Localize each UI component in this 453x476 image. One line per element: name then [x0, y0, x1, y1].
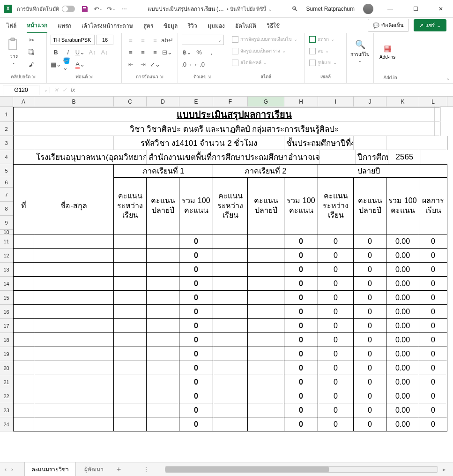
cell[interactable]: 0.00 — [386, 291, 419, 305]
font-name-select[interactable] — [51, 35, 95, 45]
user-name[interactable]: Sumet Ratprachum — [306, 6, 355, 12]
cell[interactable] — [213, 375, 248, 389]
cell[interactable] — [248, 333, 284, 347]
cell[interactable] — [114, 291, 147, 305]
cell[interactable] — [114, 277, 147, 291]
no-header[interactable]: ที่ — [13, 177, 34, 234]
cell[interactable] — [34, 277, 114, 291]
cell[interactable]: 0 — [318, 234, 354, 249]
row-header[interactable]: 21 — [0, 375, 13, 389]
cell[interactable] — [147, 234, 179, 249]
cell[interactable] — [354, 136, 386, 150]
year-label[interactable]: ปีการศึกษ — [356, 150, 388, 164]
col-header-B[interactable]: B — [34, 97, 114, 106]
total-header[interactable]: รวม 100 คะแนน — [179, 177, 213, 234]
cell[interactable]: 0.00 — [386, 319, 419, 333]
cell[interactable] — [114, 305, 147, 319]
cell[interactable] — [13, 319, 34, 333]
font-color-icon[interactable]: A⌄ — [75, 59, 85, 69]
cell[interactable] — [248, 347, 284, 361]
cell[interactable]: 0 — [179, 234, 213, 249]
cell[interactable] — [147, 291, 179, 305]
col-header-I[interactable]: I — [318, 97, 354, 106]
decrease-decimal-icon[interactable]: ←.0 — [194, 59, 204, 69]
sheet-tab-active[interactable]: คะแนนรายวิชา — [24, 462, 76, 476]
cell[interactable] — [13, 403, 34, 417]
cell[interactable] — [147, 277, 179, 291]
cell[interactable] — [13, 333, 34, 347]
cell[interactable]: 0 — [284, 389, 318, 403]
row-header[interactable]: 7 — [0, 188, 13, 202]
orientation-icon[interactable]: ⤢⌄ — [150, 59, 160, 69]
cell[interactable]: 0 — [419, 403, 447, 417]
sheet-tab-other[interactable]: ผู้พัฒนา — [78, 462, 110, 476]
tab-data[interactable]: ข้อมูล — [163, 18, 178, 33]
tab-file[interactable]: ไฟล์ — [7, 18, 16, 33]
cell[interactable] — [147, 375, 179, 389]
cell[interactable]: 0 — [179, 403, 213, 417]
cell[interactable] — [13, 263, 34, 277]
undo-icon[interactable]: ↶⌄ — [94, 5, 102, 13]
result-header[interactable]: ผลการเรียน — [419, 177, 447, 234]
row-header[interactable]: 23 — [0, 403, 13, 417]
cell[interactable]: 0 — [419, 291, 447, 305]
decrease-font-icon[interactable]: A↓ — [99, 47, 110, 57]
cell[interactable] — [34, 263, 114, 277]
cell[interactable]: 0 — [284, 277, 318, 291]
sheet-menu-icon[interactable]: ⋮ — [143, 466, 149, 473]
cancel-formula-icon[interactable]: ✕ — [54, 87, 59, 93]
cell[interactable] — [34, 375, 114, 389]
cell[interactable]: 0 — [318, 417, 354, 431]
maximize-button[interactable]: ☐ — [407, 2, 424, 15]
cell[interactable]: 0.00 — [386, 249, 419, 263]
cell[interactable] — [114, 361, 147, 375]
cell[interactable] — [435, 107, 440, 122]
cell[interactable]: 0 — [419, 361, 447, 375]
cell[interactable] — [114, 417, 147, 431]
cell[interactable]: 0 — [284, 375, 318, 389]
col-header-E[interactable]: E — [179, 97, 213, 106]
cell[interactable]: 0 — [179, 277, 213, 291]
prev-sheet-icon[interactable]: ‹ — [5, 466, 7, 473]
cell[interactable]: 0 — [284, 234, 318, 249]
cell[interactable] — [34, 361, 114, 375]
name-box-dropdown-icon[interactable]: ⌄ — [42, 88, 50, 92]
cell[interactable] — [147, 417, 179, 431]
horizontal-scrollbar[interactable] — [165, 466, 438, 473]
cell[interactable] — [34, 347, 114, 361]
save-icon[interactable] — [81, 5, 89, 13]
tab-home[interactable]: หน้าแรก — [27, 18, 47, 33]
redo-icon[interactable]: ↷⌄ — [107, 5, 115, 13]
cell[interactable] — [13, 136, 34, 150]
minimize-button[interactable]: — — [382, 2, 399, 15]
accept-formula-icon[interactable]: ✓ — [62, 87, 67, 93]
cell[interactable] — [147, 347, 179, 361]
cell[interactable]: 0.00 — [386, 305, 419, 319]
col-header-A[interactable]: A — [13, 97, 34, 106]
cell[interactable] — [114, 389, 147, 403]
cell[interactable] — [147, 389, 179, 403]
delete-cells-button[interactable]: ลบ ⌄ — [308, 46, 330, 55]
cell[interactable]: 0 — [284, 347, 318, 361]
cell[interactable]: 0 — [354, 389, 386, 403]
cell[interactable] — [248, 361, 284, 375]
cell[interactable] — [13, 164, 34, 177]
cell[interactable] — [248, 291, 284, 305]
cell[interactable] — [147, 305, 179, 319]
cell[interactable] — [13, 375, 34, 389]
cell[interactable] — [34, 249, 114, 263]
cell[interactable] — [147, 361, 179, 375]
currency-icon[interactable]: ฿⌄ — [182, 47, 192, 57]
cell[interactable] — [114, 375, 147, 389]
tab-help[interactable]: วิธีใช้ — [267, 18, 280, 33]
cell[interactable] — [13, 291, 34, 305]
cell[interactable]: 0 — [179, 249, 213, 263]
cell[interactable] — [248, 234, 284, 249]
sem1-header[interactable]: ภาคเรียนที่ 1 — [114, 164, 213, 177]
spreadsheet-grid[interactable]: 1 แบบประเมินสรุปผลการเรียน 2 วิชา วิชาศิ… — [0, 107, 453, 431]
qat-dropdown-icon[interactable]: ⋯ — [120, 5, 128, 13]
row-header[interactable]: 5 — [0, 164, 13, 177]
align-middle-icon[interactable]: ≡ — [138, 35, 148, 45]
col-header-H[interactable]: H — [284, 97, 318, 106]
share-button[interactable]: ↗ แชร์ ⌄ — [414, 19, 446, 31]
